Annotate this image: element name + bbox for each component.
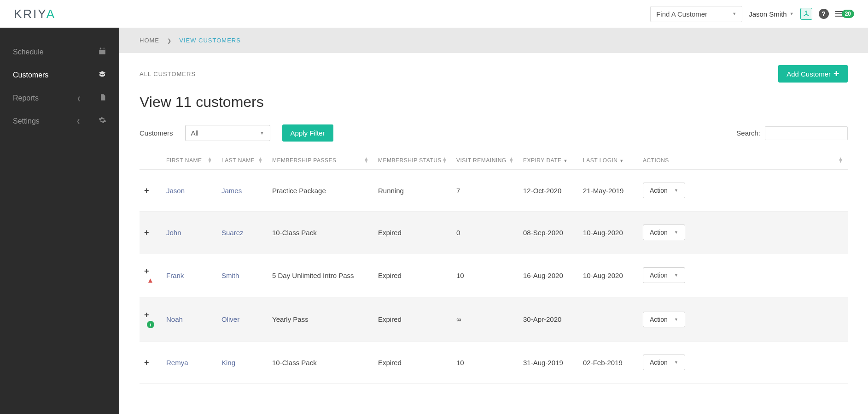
calendar-icon [98, 47, 106, 57]
caret-down-icon: ▼ [674, 188, 678, 193]
chevron-left-icon: ❮ [77, 96, 81, 101]
last-name-link[interactable]: Smith [221, 272, 239, 279]
expand-row-button[interactable]: + [144, 266, 152, 276]
last-name-link[interactable]: Suarez [221, 229, 244, 237]
expand-row-button[interactable]: + [144, 228, 152, 237]
column-expiry-date[interactable]: EXPIRY DATE ▼ [518, 152, 578, 170]
sidebar-item-customers[interactable]: Customers [0, 64, 119, 87]
top-bar: KRIYA Find A Customer ▼ Jason Smith ▼ ? … [0, 0, 868, 28]
expand-row-button[interactable]: + [144, 186, 152, 195]
caret-down-icon: ▼ [563, 159, 567, 163]
customers-table: FIRST NAME▲▼ LAST NAME▲▼ MEMBERSHIP PASS… [140, 152, 848, 384]
first-name-link[interactable]: Jason [166, 187, 185, 195]
sort-icon: ▲▼ [258, 157, 263, 163]
caret-down-icon: ▼ [790, 12, 794, 16]
cell-pass: 10-Class Pack [268, 342, 373, 384]
help-icon[interactable]: ? [819, 9, 829, 19]
meditation-icon[interactable] [800, 8, 812, 20]
user-name-label: Jason Smith [749, 10, 787, 18]
expand-row-button[interactable]: + [144, 358, 152, 367]
cell-expiry: 12-Oct-2020 [518, 170, 578, 212]
chevron-right-icon: ❯ [167, 38, 172, 43]
last-name-link[interactable]: James [221, 187, 242, 195]
first-name-link[interactable]: Remya [166, 359, 188, 367]
column-status[interactable]: MEMBERSHIP STATUS▲▼ [373, 152, 452, 170]
notifications-button[interactable]: 20 [835, 10, 854, 18]
cell-visit: 0 [452, 212, 518, 254]
search-label: Search: [736, 129, 760, 137]
table-row: +iNoahOliverYearly PassExpired∞30-Apr-20… [140, 297, 848, 342]
last-name-link[interactable]: King [221, 359, 235, 367]
svg-point-0 [805, 11, 807, 12]
expand-row-button[interactable]: + [144, 310, 152, 320]
sidebar-item-label: Settings [13, 117, 76, 125]
chevron-left-icon: ❮ [76, 118, 80, 124]
sidebar-item-label: Customers [13, 71, 98, 79]
column-last-login[interactable]: LAST LOGIN ▼ [578, 152, 638, 170]
cell-visit: ∞ [452, 297, 518, 342]
table-row: +▲FrankSmith5 Day Unlimited Intro PassEx… [140, 254, 848, 297]
caret-down-icon: ▼ [732, 12, 736, 16]
cell-expiry: 08-Sep-2020 [518, 212, 578, 254]
svg-rect-3 [100, 48, 101, 50]
sidebar-item-reports[interactable]: Reports ❮ [0, 87, 119, 110]
first-name-link[interactable]: Frank [166, 272, 184, 279]
apply-filter-button[interactable]: Apply Filter [282, 124, 333, 142]
caret-down-icon: ▼ [674, 360, 678, 365]
page-title: View 11 customers [140, 94, 848, 111]
sort-icon: ▲▼ [509, 157, 514, 163]
cell-visit: 10 [452, 254, 518, 297]
add-customer-label: Add Customer [786, 70, 831, 78]
main-content: HOME ❯ VIEW CUSTOMERS ALL CUSTOMERS Add … [119, 28, 868, 414]
search-input[interactable] [765, 126, 848, 140]
notification-count-badge: 20 [842, 10, 854, 18]
cell-visit: 10 [452, 342, 518, 384]
cell-expiry: 16-Aug-2020 [518, 254, 578, 297]
sidebar-item-settings[interactable]: Settings ❮ [0, 110, 119, 132]
column-last-name[interactable]: LAST NAME▲▼ [217, 152, 268, 170]
cell-login: 21-May-2019 [578, 170, 638, 212]
last-name-link[interactable]: Oliver [221, 315, 239, 323]
column-visit-remaining[interactable]: VISIT REMAINING▲▼ [452, 152, 518, 170]
warning-icon: ▲ [147, 276, 154, 284]
cell-pass: Yearly Pass [268, 297, 373, 342]
logo: KRIYA [14, 7, 56, 21]
filter-selected-value: All [191, 129, 199, 137]
sort-icon: ▲▼ [839, 157, 843, 163]
row-action-button[interactable]: Action▼ [643, 267, 685, 283]
customers-filter-select[interactable]: All ▼ [185, 125, 270, 141]
breadcrumb-home[interactable]: HOME [140, 37, 159, 44]
row-action-button[interactable]: Action▼ [643, 312, 685, 327]
column-passes[interactable]: MEMBERSHIP PASSES▲▼ [268, 152, 373, 170]
find-customer-dropdown[interactable]: Find A Customer ▼ [650, 6, 742, 22]
add-customer-button[interactable]: Add Customer ✚ [778, 65, 848, 83]
row-action-button[interactable]: Action▼ [643, 183, 685, 198]
info-icon: i [147, 321, 154, 328]
filter-label: Customers [140, 129, 173, 137]
caret-down-icon: ▼ [260, 131, 264, 136]
cell-login [578, 297, 638, 342]
cell-pass: 10-Class Pack [268, 212, 373, 254]
sort-icon: ▲▼ [364, 157, 369, 163]
user-menu[interactable]: Jason Smith ▼ [749, 10, 793, 18]
table-row: +JasonJamesPractice PackageRunning712-Oc… [140, 170, 848, 212]
first-name-link[interactable]: Noah [166, 315, 183, 323]
row-action-button[interactable]: Action▼ [643, 225, 685, 240]
first-name-link[interactable]: John [166, 229, 181, 237]
cell-status: Expired [373, 297, 452, 342]
row-action-button[interactable]: Action▼ [643, 355, 685, 370]
sort-icon: ▲▼ [208, 157, 212, 163]
gear-icon [99, 116, 106, 126]
column-first-name[interactable]: FIRST NAME▲▼ [162, 152, 217, 170]
table-row: +RemyaKing10-Class PackExpired1031-Aug-2… [140, 342, 848, 384]
sidebar-item-label: Reports [13, 94, 77, 102]
plus-icon: ✚ [833, 70, 839, 78]
table-row: +JohnSuarez10-Class PackExpired008-Sep-2… [140, 212, 848, 254]
sidebar-item-schedule[interactable]: Schedule [0, 41, 119, 64]
cell-visit: 7 [452, 170, 518, 212]
column-actions[interactable]: ACTIONS▲▼ [638, 152, 848, 170]
cell-login: 10-Aug-2020 [578, 212, 638, 254]
breadcrumb: HOME ❯ VIEW CUSTOMERS [119, 28, 868, 53]
cell-status: Expired [373, 342, 452, 384]
section-label: ALL CUSTOMERS [140, 71, 196, 77]
